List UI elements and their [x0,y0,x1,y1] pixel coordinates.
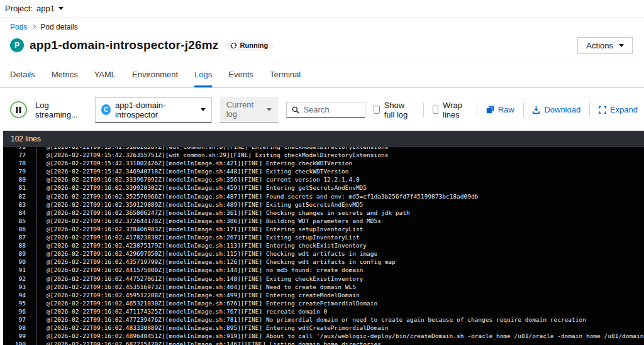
log-line-number: 96 [3,307,26,315]
chevron-right-icon [31,24,36,28]
log-line-text: @[2026-02-22T09:16:02.453516973Z][modelI… [36,283,356,291]
wrap-lines-label: Wrap lines [443,101,468,119]
log-line-text: @[2026-02-22T09:16:02.378406983Z][modelI… [36,225,363,233]
log-line-text: @[2026-02-22T09:16:02.372644178Z][modelI… [36,217,381,225]
chevron-down-icon [619,44,624,47]
download-link[interactable]: Download [532,105,580,114]
log-line: 100 @[2026-02-22T09:16:02.682215470Z][mo… [3,340,644,345]
log-line-text: @[2026-02-22T09:16:02.489640451Z][modelI… [36,332,644,340]
project-label: Project: [5,4,33,13]
wrap-lines-checkbox[interactable]: Wrap lines [433,101,468,119]
log-line-text: @[2026-02-22T09:16:02.333967092Z][modelI… [36,175,360,183]
log-line-number: 77 [3,151,26,159]
log-line: 86 @[2026-02-22T09:16:02.378406983Z][mod… [3,225,644,233]
status-badge: Running [225,40,274,51]
log-viewer-header: 102 lines [3,131,644,147]
chevron-down-icon [201,108,206,111]
log-line-number: 79 [3,167,26,175]
log-line-text: @[2026-02-22T09:15:42.326355751Z][wdt_co… [36,151,388,159]
log-line-number: 84 [3,209,26,217]
log-line-count: 102 lines [11,134,41,143]
log-line-text: @[2026-02-22T09:16:02.459512288Z][modelI… [36,291,360,299]
log-line-text: @[2026-02-22T09:16:02.339920302Z][modelI… [36,183,367,192]
tab-metrics[interactable]: Metrics [52,70,78,87]
log-line: 97 @[2026-02-22T09:16:02.477239476Z][mod… [3,315,644,324]
log-toolbar: Log streaming... C app1-domain-introspec… [0,88,644,131]
toolbar-divider [523,103,524,117]
log-line-number: 92 [3,275,26,283]
pod-detail-tabs: Details Metrics YAML Environment Logs Ev… [0,62,644,88]
log-line: 84 @[2026-02-22T09:16:02.365806247Z][mod… [3,209,644,217]
pause-icon [16,107,21,113]
log-line: 79 @[2026-02-22T09:15:42.346940718Z][mod… [3,167,644,175]
log-line: 81 @[2026-02-22T09:16:02.339920302Z][mod… [3,183,644,192]
breadcrumb: Pods Pod details [10,23,634,31]
log-line-text: @[2026-02-22T09:16:02.417823838Z][modelI… [36,233,360,241]
expand-label: Expand [610,105,638,114]
status-text: Running [240,41,269,49]
log-line-text: @[2026-02-22T09:16:02.435719799Z][modelI… [36,258,396,266]
log-line-text: @[2026-02-22T09:16:02.477239476Z][modelI… [36,315,586,324]
log-line-text: @[2026-02-22T09:16:02.483330889Z][modelI… [36,324,388,332]
current-log-select[interactable]: Current log [220,97,279,123]
log-line-text: @[2026-02-22T09:16:02.423875179Z][modelI… [36,241,367,249]
log-line-number: 98 [3,324,26,332]
log-line-number: 89 [3,249,26,258]
actions-label: Actions [586,41,613,50]
log-line-number: 88 [3,241,26,249]
log-line: 85 @[2026-02-22T09:16:02.372644178Z][mod… [3,217,644,225]
pause-log-streaming-button[interactable] [10,101,27,118]
log-line-number: 94 [3,291,26,299]
log-line-number: 81 [3,183,26,192]
actions-button[interactable]: Actions [577,37,633,54]
raw-link[interactable]: Raw [486,105,514,114]
log-line-text: @[2026-02-22T09:16:02.429697950Z][modelI… [36,249,377,258]
expand-icon [599,106,606,114]
chevron-down-icon [58,7,64,10]
log-line: 80 @[2026-02-22T09:16:02.333967092Z][mod… [3,175,644,183]
log-line: 93 @[2026-02-22T09:16:02.453516973Z][mod… [3,283,644,291]
log-line-number: 99 [3,332,26,340]
expand-link[interactable]: Expand [599,105,638,114]
tab-environment[interactable]: Environment [132,70,178,87]
log-line-number: 95 [3,299,26,307]
tab-details[interactable]: Details [10,70,35,87]
container-select[interactable]: C app1-domain-introspector [95,97,211,123]
log-line: 96 @[2026-02-22T09:16:02.471174325Z][mod… [3,307,644,315]
log-viewer-body[interactable]: 76 @[2026-02-22T09:15:42.318820287Z][wdt… [3,147,644,345]
log-line: 77 @[2026-02-22T09:15:42.326355751Z][wdt… [3,151,644,159]
current-log-value: Current log [226,100,261,119]
tab-yaml[interactable]: YAML [94,70,116,87]
page-title: app1-domain-introspector-j26mz [30,38,219,52]
breadcrumb-pods-link[interactable]: Pods [10,23,27,31]
log-line: 95 @[2026-02-22T09:16:02.465321030Z][mod… [3,299,644,307]
search-input[interactable] [303,105,360,114]
project-picker[interactable]: Project: app1 [5,4,64,13]
log-line: 82 @[2026-02-22T09:16:02.352576966Z][mod… [3,192,644,200]
toolbar-divider [477,103,477,117]
chevron-down-icon [267,108,272,111]
checkbox-box [374,106,379,114]
log-line-number: 85 [3,217,26,225]
log-line: 83 @[2026-02-22T09:16:02.359129889Z][mod… [3,200,644,209]
log-line-text: @[2026-02-22T09:16:02.365806247Z][modelI… [36,209,410,217]
show-full-log-checkbox[interactable]: Show full log [374,101,414,119]
log-line-text: @[2026-02-22T09:15:42.346940718Z][modelI… [36,167,348,175]
log-line: 98 @[2026-02-22T09:16:02.483330889Z][mod… [3,324,644,332]
log-line-number: 83 [3,200,26,209]
log-line-text: @[2026-02-22T09:16:02.471174325Z][modelI… [36,307,327,315]
container-badge: C [101,104,111,115]
container-select-value: app1-domain-introspector [115,101,196,119]
tab-events[interactable]: Events [228,70,253,87]
log-line-text: @[2026-02-22T09:16:02.447527061Z][modelI… [36,275,363,283]
tab-terminal[interactable]: Terminal [270,70,301,87]
download-label: Download [544,105,580,114]
log-line-text: @[2026-02-22T09:15:42.331802426Z][modelI… [36,159,352,167]
tab-logs[interactable]: Logs [194,70,212,87]
log-line: 78 @[2026-02-22T09:15:42.331802426Z][mod… [3,159,644,167]
log-line-number: 93 [3,283,26,291]
log-line-number: 87 [3,233,26,241]
sync-icon [230,42,237,49]
log-line: 89 @[2026-02-22T09:16:02.429697950Z][mod… [3,249,644,258]
log-search [286,102,365,118]
